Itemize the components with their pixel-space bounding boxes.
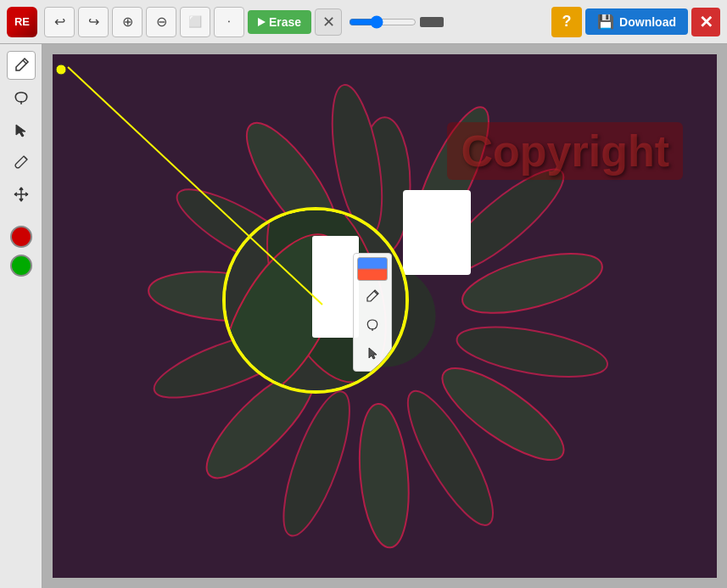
- erased-region: [403, 190, 471, 275]
- canvas-wrapper: Copyright: [53, 54, 717, 578]
- undo-button[interactable]: ↩: [44, 7, 75, 37]
- zoom-mini-toolbar: [353, 253, 392, 372]
- foreground-color-red[interactable]: [10, 226, 32, 248]
- download-button[interactable]: 💾 Download: [585, 8, 688, 35]
- main-area: Copyright: [0, 44, 727, 588]
- close-window-button[interactable]: ✕: [691, 8, 720, 36]
- main-toolbar: RE ↩ ↪ ⊕ ⊖ ⬜ ⬝ Erase ✕ ? 💾 Download ✕: [0, 0, 727, 44]
- app-icon: RE: [7, 7, 37, 37]
- zoom-actual-button[interactable]: ⬝: [214, 7, 244, 37]
- arrow-tool-button[interactable]: [7, 115, 36, 144]
- lasso-tool-button[interactable]: [7, 83, 36, 112]
- brush-size-slider[interactable]: [349, 15, 417, 29]
- redo-button[interactable]: ↪: [78, 7, 109, 37]
- move-tool-button[interactable]: [7, 180, 36, 209]
- pencil-tool-button[interactable]: [7, 51, 36, 80]
- zoom-magnifier-circle: [222, 207, 409, 394]
- brush-icon: [13, 154, 30, 171]
- erase-label: Erase: [269, 15, 301, 29]
- svg-marker-0: [16, 125, 25, 137]
- foreground-color-green[interactable]: [10, 255, 32, 277]
- zoom-lasso-button[interactable]: [357, 311, 388, 339]
- cancel-button[interactable]: ✕: [315, 8, 342, 36]
- zoom-out-button[interactable]: ⊖: [146, 7, 176, 37]
- svg-point-20: [56, 64, 66, 75]
- zoom-arrow-button[interactable]: [357, 340, 388, 367]
- erase-button[interactable]: Erase: [248, 10, 311, 34]
- pencil-cursor-indicator: [54, 63, 68, 76]
- canvas-area[interactable]: Copyright: [42, 44, 727, 588]
- left-sidebar: [0, 44, 42, 588]
- zoom-circle-content: [226, 210, 405, 390]
- download-label: Download: [619, 15, 676, 29]
- zoom-erased-region: [312, 236, 359, 338]
- pencil-dot-icon: [54, 63, 68, 76]
- play-icon: [258, 18, 266, 26]
- download-icon: 💾: [597, 14, 614, 30]
- eraser-tool-icon[interactable]: [357, 257, 388, 281]
- slider-thumb-indicator: [420, 17, 444, 27]
- brush-size-slider-area: [349, 15, 444, 29]
- arrow-select-icon: [13, 121, 30, 138]
- pencil-icon: [13, 57, 30, 74]
- move-icon: [13, 186, 30, 203]
- zoom-in-button[interactable]: ⊕: [112, 7, 143, 37]
- zoom-pencil-button[interactable]: [357, 283, 388, 310]
- help-button[interactable]: ?: [551, 7, 582, 37]
- brush-tool-button[interactable]: [7, 148, 36, 176]
- zoom-fit-button[interactable]: ⬜: [180, 7, 210, 37]
- lasso-icon: [13, 89, 30, 106]
